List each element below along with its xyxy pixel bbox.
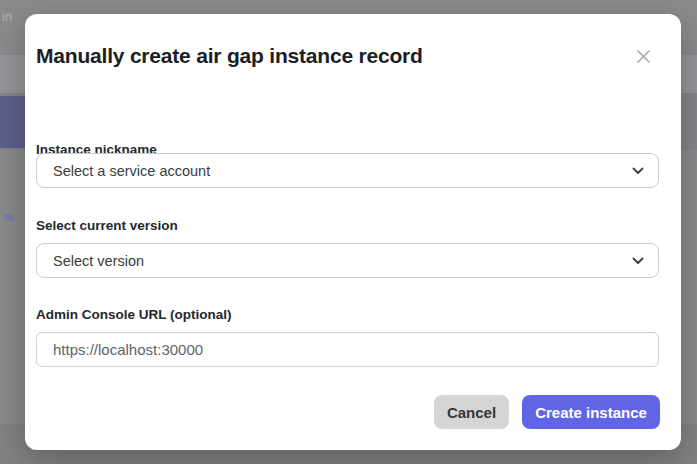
service-account-select-value: Select a service account xyxy=(53,163,632,179)
service-account-select[interactable]: Select a service account xyxy=(36,153,659,188)
create-instance-button[interactable]: Create instance xyxy=(522,395,660,429)
background-row-icon xyxy=(4,214,14,221)
chevron-down-icon xyxy=(632,167,644,175)
admin-console-url-label: Admin Console URL (optional) xyxy=(36,307,232,322)
cancel-button[interactable]: Cancel xyxy=(434,395,509,429)
background-text-fragment: in xyxy=(2,9,12,24)
chevron-down-icon xyxy=(632,257,644,265)
close-x-glyph xyxy=(636,49,651,64)
version-select[interactable]: Select version xyxy=(36,243,659,278)
close-icon[interactable] xyxy=(629,42,657,70)
admin-console-url-input[interactable] xyxy=(36,332,659,367)
version-select-value: Select version xyxy=(53,253,632,269)
background-selected-row xyxy=(0,96,25,148)
create-airgap-instance-modal: Manually create air gap instance record … xyxy=(25,14,681,450)
current-version-label: Select current version xyxy=(36,218,178,233)
modal-title: Manually create air gap instance record xyxy=(36,44,423,68)
